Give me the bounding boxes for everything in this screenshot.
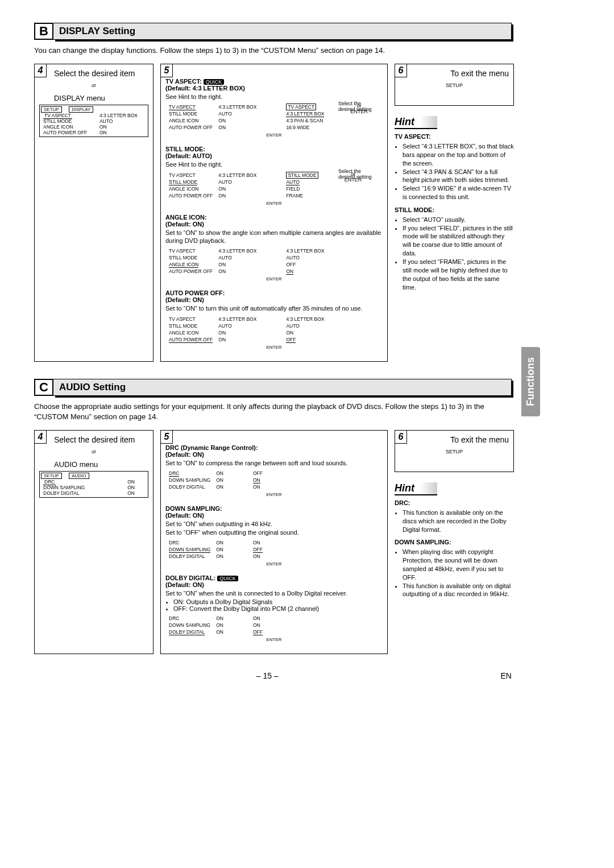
cell: ON [251, 540, 265, 545]
c-step6-title: To exit the menu [414, 435, 509, 444]
hint-li: When playing disc with copyright Protect… [403, 548, 514, 581]
b-step4-or: or [39, 82, 148, 88]
side-note: Select the desired setting [338, 168, 378, 180]
cell: 4:3 LETTER BOX [286, 111, 324, 117]
section-c-title: AUDIO Setting [53, 379, 512, 396]
enter-label: ENTER [165, 345, 383, 350]
enter-label: ENTER [165, 492, 383, 497]
section-b-header: B DISPLAY Setting [34, 23, 512, 40]
row: ON [125, 479, 147, 485]
b-step6-num: 6 [395, 64, 407, 77]
cell: ANGLE ICON [167, 118, 215, 123]
page-footer: – 15 – EN [34, 671, 512, 680]
hint-li: This function is available only on digit… [403, 582, 514, 599]
item-desc: Set to “ON” to compress the range betwee… [165, 459, 383, 467]
b-item-tvaspect: Select the desired setting TV ASPECT: QU… [165, 78, 383, 138]
cell: AUTO [216, 323, 259, 329]
item-name: ANGLE ICON: [165, 214, 207, 221]
row: ON [97, 130, 147, 135]
cell: AUTO POWER OFF [167, 125, 215, 130]
cell: STILL MODE [167, 255, 215, 261]
c-item-dolby: DOLBY DIGITAL: QUICK (Default: ON) Set t… [165, 574, 383, 642]
hint-li: Select “4:3 PAN & SCAN” for a full heigh… [403, 168, 514, 185]
c-step4-or: or [39, 449, 148, 454]
hint-li: If you select “FRAME”, pictures in the s… [403, 258, 514, 291]
enter-label: ENTER [165, 201, 383, 206]
c-step4-panel: 4 Select the desired item or AUDIO menu … [34, 430, 154, 654]
menu-hdr-audio: AUDIO [69, 473, 89, 479]
cell: ON [251, 553, 265, 559]
b-item-autopoweroff: AUTO POWER OFF: (Default: ON) Set to “ON… [165, 290, 383, 349]
b-hint-head: Hint [395, 116, 437, 129]
item-default: (Default: ON) [165, 296, 204, 303]
row: DOWN SAMPLING [41, 485, 125, 490]
cell: ON [251, 622, 265, 628]
item-desc: See Hint to the right. [165, 93, 383, 101]
cell: DOWN SAMPLING [167, 477, 213, 483]
cell: ON [216, 330, 259, 336]
cell: 4:3 PAN & SCAN [284, 118, 326, 123]
cell: ON [284, 330, 326, 336]
cell: ON [216, 262, 259, 267]
setup-label: SETUP [400, 82, 509, 88]
enter-label: ENTER [165, 276, 383, 282]
hint-ds-head: DOWN SAMPLING: [395, 539, 451, 545]
mini-right: OFF ON ON [250, 469, 266, 491]
cell: ON [216, 337, 259, 342]
row: 4:3 LETTER BOX [97, 113, 147, 118]
cell: DRC [167, 615, 213, 621]
item-default: (Default: ON) [165, 451, 204, 458]
cell: DOWN SAMPLING [167, 622, 213, 628]
bullet: OFF: Convert the Dolby Digital into PCM … [173, 605, 383, 612]
quick-badge: QUICK [217, 576, 238, 581]
section-c-intro: Choose the appropriate audio settings fo… [34, 402, 512, 422]
cell: DOLBY DIGITAL [167, 553, 213, 559]
hint-tvaspect-head: TV ASPECT: [395, 133, 431, 140]
item-default: (Default: AUTO) [165, 152, 212, 159]
cell: AUTO [216, 179, 259, 185]
cell: 4:3 LETTER BOX [284, 316, 326, 322]
cell: 4:3 LETTER BOX [284, 248, 326, 254]
hint-still-head: STILL MODE: [395, 206, 434, 213]
hint-drc-head: DRC: [395, 499, 410, 506]
c-hint-head: Hint [395, 482, 437, 495]
hint-li: Select “4:3 LETTER BOX”, so that black b… [403, 142, 514, 168]
page-lang: EN [501, 671, 512, 680]
mini-right: ON OFF ON [250, 539, 266, 560]
cell: OFF [251, 470, 265, 476]
cell: AUTO [284, 255, 326, 261]
cell: ON [216, 125, 259, 130]
section-b-letter: B [34, 23, 53, 40]
b-step6-title: To exit the menu [414, 69, 509, 78]
item-name: AUTO POWER OFF: [165, 290, 225, 296]
cell: FIELD [284, 186, 320, 192]
b-item-stillmode: Select the desired setting STILL MODE: (… [165, 146, 383, 205]
cell: AUTO [216, 255, 259, 261]
cell: STILL MODE [167, 323, 215, 329]
cell: TV ASPECT [167, 172, 215, 178]
cell: TV ASPECT [167, 316, 215, 322]
b-right-column: 6 To exit the menu SETUP Hint TV ASPECT:… [395, 64, 514, 361]
hint-li: This function is available only on the d… [403, 509, 514, 534]
cell: DRC [169, 470, 179, 477]
mini-right: ON ON OFF [250, 614, 266, 636]
c-step4-num: 4 [34, 430, 47, 444]
cell: 4:3 LETTER BOX [216, 104, 259, 110]
hint-li: Select “16:9 WIDE” if a wide-screen TV i… [403, 184, 514, 201]
cell: DOLBY DIGITAL [169, 629, 205, 635]
mini-right: TV ASPECT 4:3 LETTER BOX 4:3 PAN & SCAN … [283, 103, 327, 131]
b-step4-subhead: DISPLAY menu [54, 94, 148, 102]
section-c-letter: C [34, 379, 53, 396]
c-audio-menu-table: DRCON DOWN SAMPLINGON DOLBY DIGITALON [41, 479, 147, 496]
cell: ANGLE ICON [167, 186, 215, 192]
section-b-columns: 4 Select the desired item or DISPLAY men… [34, 64, 512, 361]
c-step4-title: Select the desired item [54, 435, 148, 444]
side-tab-functions: Functions [521, 347, 540, 416]
hint-li: If you select “FIELD”, pictures in the s… [403, 224, 514, 258]
cell: TV ASPECT [167, 248, 215, 254]
cell: OFF [253, 547, 263, 553]
cell: OFF [253, 629, 263, 635]
bullet: ON: Outputs a Dolby Digital Signals [173, 598, 383, 605]
cell: ON [216, 268, 259, 274]
row: AUTO [97, 118, 147, 124]
